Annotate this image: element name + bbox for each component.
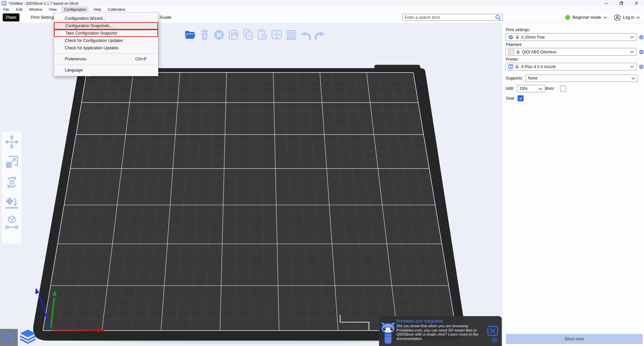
printer-label: Printer: (506, 57, 644, 62)
menu-item-language[interactable]: Language (54, 66, 158, 74)
undo-icon[interactable] (300, 28, 312, 41)
layers-view-button[interactable] (19, 329, 37, 346)
restore-button[interactable] (614, 0, 629, 6)
copy-icon[interactable] (242, 28, 254, 41)
menu-configuration[interactable]: Configuration (61, 6, 89, 12)
printer-combo[interactable]: X-Plus 4 0.4 nozzle (505, 63, 637, 70)
move-icon[interactable] (4, 134, 19, 150)
notification-body: Did you know that when you are browsing … (396, 324, 486, 341)
brim-label: Brim: (545, 86, 555, 91)
printer-value: X-Plus 4 0.4 nozzle (521, 64, 628, 69)
filament-gear-button[interactable] (639, 49, 644, 55)
chevron-down-icon (538, 88, 542, 90)
notification-title[interactable]: Printables.com integration (396, 319, 443, 324)
brim-checkbox[interactable] (560, 86, 566, 92)
printer-icon (508, 64, 513, 69)
search-input[interactable] (402, 15, 495, 20)
menu-item-configuration-wizard[interactable]: Configuration Wizard... (54, 15, 158, 22)
chevron-down-icon (630, 36, 634, 38)
gear-icon (508, 35, 514, 40)
menu-item-check-configuration-updates[interactable]: Check for Configuration Updates (54, 37, 158, 44)
qidislicer-window: Printables.com integration Did you know … (0, 0, 644, 346)
notification-popup: Printables.com integration Did you know … (379, 316, 502, 346)
variable-layer-height-icon[interactable] (285, 28, 297, 41)
filament-combo[interactable]: QIDI ABS Odorless (505, 48, 637, 56)
chevron-down-icon (631, 77, 635, 80)
lock-icon (515, 64, 519, 69)
chevron-down-icon (636, 16, 640, 19)
app-logo-icon (2, 1, 6, 6)
slice-now-button[interactable]: Slice now (506, 334, 643, 344)
notification-close-button[interactable] (487, 326, 498, 336)
rotate-icon[interactable] (4, 175, 19, 190)
minimize-button[interactable] (599, 0, 614, 6)
cube-icon (1, 330, 17, 345)
window-title: *Untitled - QIDISlicer-1.1.7 based on Sl… (9, 1, 78, 5)
menu-calibration[interactable]: Calibration (105, 6, 128, 12)
scale-icon[interactable] (4, 154, 19, 170)
filament-value: QIDI ABS Odorless (522, 50, 628, 54)
infill-value: 15% (520, 86, 536, 91)
menu-help[interactable]: Help (91, 6, 104, 12)
restore-icon (620, 1, 623, 5)
search-box (402, 14, 503, 21)
seal-checkbox[interactable] (518, 95, 524, 101)
chevron-down-icon (630, 65, 634, 68)
print-settings-label: Print settings: (506, 28, 644, 32)
mode-label: Beginner mode (573, 15, 601, 20)
menubar: File Edit Window View Configuration Help… (0, 6, 644, 12)
place-on-face-icon[interactable] (4, 195, 19, 210)
print-settings-combo[interactable]: 0.20mm Fine (505, 33, 637, 41)
filament-label: Filament: (506, 42, 644, 47)
arrange-icon[interactable] (227, 28, 239, 41)
delete-icon[interactable] (199, 28, 211, 41)
open-folder-icon[interactable] (184, 28, 196, 41)
measure-icon[interactable] (4, 215, 19, 230)
seal-label: Seal: (506, 96, 515, 101)
infill-combo[interactable]: 15% (517, 85, 545, 92)
menu-item-check-application-updates[interactable]: Check for Application Updates (54, 44, 158, 52)
close-button[interactable] (629, 0, 644, 6)
mascot-image (381, 320, 395, 346)
close-icon (490, 329, 495, 334)
menu-item-preferences[interactable]: Preferences Ctrl+P (54, 55, 158, 63)
supports-value: None (528, 76, 629, 81)
configuration-menu: Configuration Wizard... Configuration Sn… (54, 12, 158, 76)
tab-print-settings[interactable]: Print Settings (31, 15, 56, 20)
avatar-icon (614, 14, 621, 21)
view-cube[interactable] (0, 329, 18, 346)
chevron-down-icon (603, 16, 607, 19)
supports-combo[interactable]: None (525, 75, 638, 82)
check-icon (519, 97, 523, 100)
layers-icon (19, 329, 36, 346)
lock-icon (516, 50, 520, 54)
plater-toolbar (184, 28, 326, 41)
gizmo-toolbar (2, 132, 21, 244)
delete-all-icon[interactable] (213, 28, 225, 41)
tab-plater[interactable]: Plater (3, 13, 19, 21)
mode-selector[interactable]: Beginner mode (565, 14, 607, 21)
chevron-down-icon (630, 51, 634, 53)
login-label: Log in (623, 15, 634, 20)
notification-settings-icon[interactable] (492, 338, 497, 342)
print-settings-gear-button[interactable] (639, 35, 644, 40)
tab-guide[interactable]: Guide (160, 15, 171, 20)
login-button[interactable]: Log in (614, 14, 640, 21)
menu-item-configuration-snapshots[interactable]: Configuration Snapshots... (54, 22, 158, 30)
print-settings-value: 0.20mm Fine (521, 35, 628, 40)
menu-file[interactable]: File (1, 6, 12, 12)
printer-gear-button[interactable] (639, 64, 644, 69)
filament-color-swatch (508, 49, 514, 54)
menu-edit[interactable]: Edit (13, 6, 25, 12)
paste-icon[interactable] (256, 28, 268, 41)
settings-sidebar: Print settings: 0.20mm Fine (502, 23, 644, 346)
menu-view[interactable]: View (46, 6, 60, 12)
split-icon[interactable] (271, 28, 283, 41)
close-icon (635, 1, 638, 5)
search-icon[interactable] (495, 14, 501, 20)
menu-window[interactable]: Window (26, 6, 45, 12)
menu-separator (54, 64, 158, 65)
redo-icon[interactable] (314, 28, 326, 41)
infill-label: Infill: (506, 86, 514, 91)
menu-item-take-configuration-snapshot[interactable]: Take Configuration Snapshot (54, 30, 158, 37)
